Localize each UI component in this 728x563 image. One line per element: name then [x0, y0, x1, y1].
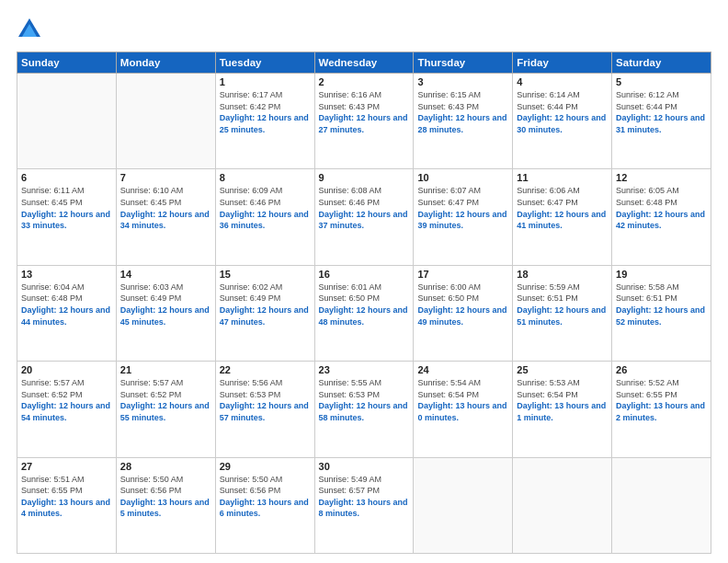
weekday-header: Wednesday: [314, 52, 414, 74]
calendar-table: SundayMondayTuesdayWednesdayThursdayFrid…: [17, 52, 711, 554]
day-info: Sunrise: 5:57 AMSunset: 6:52 PMDaylight:…: [21, 377, 112, 423]
day-number: 28: [120, 461, 211, 472]
day-number: 18: [517, 269, 608, 280]
day-number: 11: [517, 172, 608, 183]
day-info: Sunrise: 6:17 AMSunset: 6:42 PMDaylight:…: [220, 89, 311, 135]
day-number: 25: [517, 364, 608, 375]
calendar-cell: 27Sunrise: 5:51 AMSunset: 6:55 PMDayligh…: [17, 457, 117, 553]
day-number: 17: [417, 269, 508, 280]
daylight-hours: Daylight: 13 hours and 4 minutes.: [21, 498, 110, 519]
day-number: 10: [417, 172, 508, 183]
calendar-cell: 9Sunrise: 6:08 AMSunset: 6:46 PMDaylight…: [314, 169, 414, 265]
daylight-hours: Daylight: 12 hours and 34 minutes.: [120, 210, 210, 231]
calendar-cell: [414, 457, 513, 553]
calendar-cell: 19Sunrise: 5:58 AMSunset: 6:51 PMDayligh…: [612, 265, 711, 361]
calendar-cell: 3Sunrise: 6:15 AMSunset: 6:43 PMDaylight…: [414, 74, 513, 169]
day-info: Sunrise: 6:06 AMSunset: 6:47 PMDaylight:…: [517, 185, 608, 231]
day-info: Sunrise: 5:59 AMSunset: 6:51 PMDaylight:…: [517, 282, 608, 327]
calendar-cell: 14Sunrise: 6:03 AMSunset: 6:49 PMDayligh…: [116, 265, 215, 361]
day-number: 19: [616, 269, 707, 280]
daylight-hours: Daylight: 12 hours and 55 minutes.: [120, 401, 210, 422]
day-info: Sunrise: 6:01 AMSunset: 6:50 PMDaylight:…: [319, 282, 410, 327]
calendar-week-row: 6Sunrise: 6:11 AMSunset: 6:45 PMDaylight…: [17, 169, 711, 265]
day-info: Sunrise: 5:51 AMSunset: 6:55 PMDaylight:…: [21, 474, 112, 520]
day-number: 21: [120, 364, 211, 375]
calendar-cell: 18Sunrise: 5:59 AMSunset: 6:51 PMDayligh…: [513, 265, 612, 361]
calendar-cell: 29Sunrise: 5:50 AMSunset: 6:56 PMDayligh…: [215, 457, 314, 553]
calendar-cell: 5Sunrise: 6:12 AMSunset: 6:44 PMDaylight…: [612, 74, 711, 169]
daylight-hours: Daylight: 12 hours and 51 minutes.: [517, 305, 606, 327]
day-info: Sunrise: 6:05 AMSunset: 6:48 PMDaylight:…: [616, 185, 707, 231]
day-info: Sunrise: 6:08 AMSunset: 6:46 PMDaylight:…: [319, 185, 410, 231]
day-number: 16: [319, 269, 410, 280]
day-number: 27: [21, 461, 112, 472]
calendar-cell: 30Sunrise: 5:49 AMSunset: 6:57 PMDayligh…: [314, 457, 414, 553]
calendar-cell: [513, 457, 612, 553]
weekday-header: Saturday: [612, 52, 711, 74]
calendar-cell: 13Sunrise: 6:04 AMSunset: 6:48 PMDayligh…: [17, 265, 117, 361]
calendar-cell: 21Sunrise: 5:57 AMSunset: 6:52 PMDayligh…: [116, 362, 215, 457]
calendar-week-row: 1Sunrise: 6:17 AMSunset: 6:42 PMDaylight…: [17, 74, 711, 169]
calendar-week-row: 13Sunrise: 6:04 AMSunset: 6:48 PMDayligh…: [17, 265, 711, 361]
calendar-cell: 8Sunrise: 6:09 AMSunset: 6:46 PMDaylight…: [215, 169, 314, 265]
day-number: 1: [220, 76, 311, 87]
day-info: Sunrise: 5:54 AMSunset: 6:54 PMDaylight:…: [417, 377, 508, 423]
logo: [17, 17, 44, 42]
daylight-hours: Daylight: 12 hours and 52 minutes.: [616, 305, 705, 327]
weekday-header: Thursday: [414, 52, 513, 74]
calendar-cell: 7Sunrise: 6:10 AMSunset: 6:45 PMDaylight…: [116, 169, 215, 265]
daylight-hours: Daylight: 12 hours and 27 minutes.: [319, 113, 408, 134]
calendar-cell: 1Sunrise: 6:17 AMSunset: 6:42 PMDaylight…: [215, 74, 314, 169]
daylight-hours: Daylight: 12 hours and 45 minutes.: [120, 305, 210, 327]
daylight-hours: Daylight: 12 hours and 33 minutes.: [21, 210, 110, 231]
calendar-cell: 4Sunrise: 6:14 AMSunset: 6:44 PMDaylight…: [513, 74, 612, 169]
calendar-page: SundayMondayTuesdayWednesdayThursdayFrid…: [0, 0, 728, 563]
calendar-cell: 24Sunrise: 5:54 AMSunset: 6:54 PMDayligh…: [414, 362, 513, 457]
day-number: 2: [319, 76, 410, 87]
day-number: 26: [616, 364, 707, 375]
daylight-hours: Daylight: 12 hours and 57 minutes.: [220, 401, 309, 422]
daylight-hours: Daylight: 12 hours and 54 minutes.: [21, 401, 110, 422]
day-number: 14: [120, 269, 211, 280]
daylight-hours: Daylight: 12 hours and 25 minutes.: [220, 113, 309, 134]
calendar-cell: 11Sunrise: 6:06 AMSunset: 6:47 PMDayligh…: [513, 169, 612, 265]
calendar-cell: [116, 74, 215, 169]
calendar-cell: 12Sunrise: 6:05 AMSunset: 6:48 PMDayligh…: [612, 169, 711, 265]
day-info: Sunrise: 6:15 AMSunset: 6:43 PMDaylight:…: [417, 89, 508, 135]
day-info: Sunrise: 5:53 AMSunset: 6:54 PMDaylight:…: [517, 377, 608, 423]
daylight-hours: Daylight: 12 hours and 31 minutes.: [616, 113, 705, 134]
day-number: 20: [21, 364, 112, 375]
daylight-hours: Daylight: 12 hours and 39 minutes.: [417, 210, 506, 231]
day-info: Sunrise: 5:56 AMSunset: 6:53 PMDaylight:…: [220, 377, 311, 423]
daylight-hours: Daylight: 13 hours and 8 minutes.: [319, 498, 408, 519]
day-number: 22: [220, 364, 311, 375]
day-info: Sunrise: 6:11 AMSunset: 6:45 PMDaylight:…: [21, 185, 112, 231]
day-number: 7: [120, 172, 211, 183]
day-info: Sunrise: 6:07 AMSunset: 6:47 PMDaylight:…: [417, 185, 508, 231]
day-number: 30: [319, 461, 410, 472]
daylight-hours: Daylight: 13 hours and 0 minutes.: [417, 401, 506, 422]
daylight-hours: Daylight: 12 hours and 48 minutes.: [319, 305, 408, 327]
day-info: Sunrise: 6:00 AMSunset: 6:50 PMDaylight:…: [417, 282, 508, 327]
calendar-header-row: SundayMondayTuesdayWednesdayThursdayFrid…: [17, 52, 711, 74]
calendar-cell: 15Sunrise: 6:02 AMSunset: 6:49 PMDayligh…: [215, 265, 314, 361]
day-info: Sunrise: 6:02 AMSunset: 6:49 PMDaylight:…: [220, 282, 311, 327]
calendar-cell: 28Sunrise: 5:50 AMSunset: 6:56 PMDayligh…: [116, 457, 215, 553]
logo-icon: [17, 17, 42, 42]
day-number: 13: [21, 269, 112, 280]
day-number: 24: [417, 364, 508, 375]
calendar-cell: 2Sunrise: 6:16 AMSunset: 6:43 PMDaylight…: [314, 74, 414, 169]
calendar-cell: 6Sunrise: 6:11 AMSunset: 6:45 PMDaylight…: [17, 169, 117, 265]
calendar-week-row: 20Sunrise: 5:57 AMSunset: 6:52 PMDayligh…: [17, 362, 711, 457]
day-number: 8: [220, 172, 311, 183]
calendar-cell: 25Sunrise: 5:53 AMSunset: 6:54 PMDayligh…: [513, 362, 612, 457]
day-number: 29: [220, 461, 311, 472]
day-info: Sunrise: 6:16 AMSunset: 6:43 PMDaylight:…: [319, 89, 410, 135]
daylight-hours: Daylight: 12 hours and 37 minutes.: [319, 210, 408, 231]
day-info: Sunrise: 6:10 AMSunset: 6:45 PMDaylight:…: [120, 185, 211, 231]
day-info: Sunrise: 5:52 AMSunset: 6:55 PMDaylight:…: [616, 377, 707, 423]
day-info: Sunrise: 5:50 AMSunset: 6:56 PMDaylight:…: [120, 474, 211, 520]
daylight-hours: Daylight: 13 hours and 1 minute.: [517, 401, 606, 422]
day-info: Sunrise: 5:50 AMSunset: 6:56 PMDaylight:…: [220, 474, 311, 520]
daylight-hours: Daylight: 12 hours and 42 minutes.: [616, 210, 705, 231]
